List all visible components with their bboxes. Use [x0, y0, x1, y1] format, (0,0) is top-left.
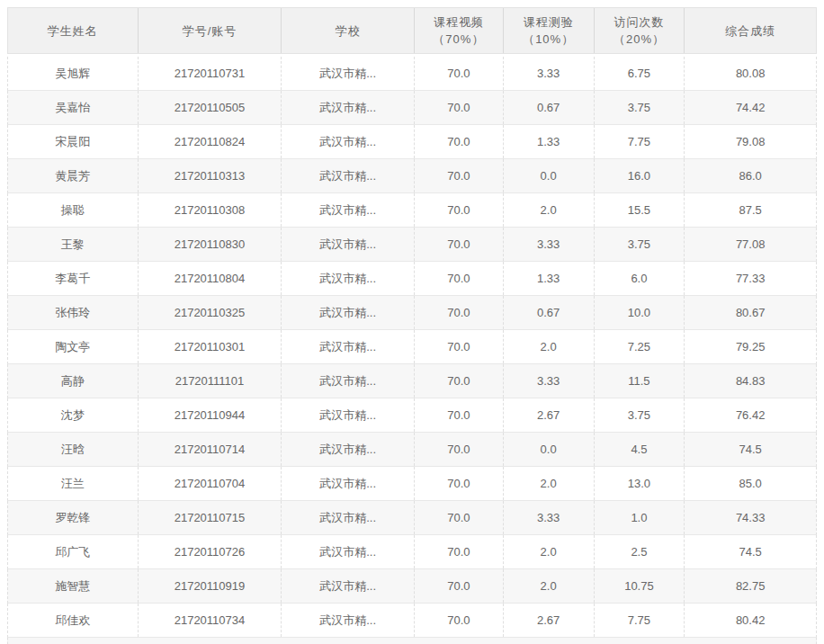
quiz-score-cell: 0.0 [503, 433, 594, 466]
student-name-cell: 宋晨阳 [8, 125, 138, 158]
student-id-cell: 21720110804 [138, 262, 282, 295]
visit-count-cell: 13.0 [594, 467, 685, 500]
column-header-label: 学生姓名 [48, 22, 98, 40]
total-score-cell: 87.5 [684, 193, 816, 227]
student-id-cell: 21720110734 [138, 604, 282, 637]
school-cell: 武汉市精... [281, 91, 414, 124]
student-name-cell: 王黎 [8, 228, 138, 261]
column-header-sublabel: （10%） [523, 31, 574, 48]
column-header-sublabel: （70%） [433, 31, 484, 48]
table-row: 黄晨芳21720110313武汉市精...70.00.016.086.0 [7, 159, 817, 193]
column-header-label: 访问次数 [614, 13, 664, 31]
student-id-cell: 21720110944 [138, 398, 282, 432]
video-score-cell: 70.0 [414, 501, 503, 534]
video-score-cell: 70.0 [414, 159, 503, 192]
school-cell: 武汉市精... [281, 296, 414, 329]
school-cell: 武汉市精... [281, 467, 414, 500]
column-header-student-name: 学生姓名 [8, 8, 138, 53]
table-row: 吴旭辉21720110731武汉市精...70.03.336.7580.08 [7, 57, 817, 91]
column-header-label: 学号/账号 [183, 22, 237, 40]
student-name-cell: 高静 [8, 364, 138, 398]
column-header-label: 学校 [336, 22, 361, 40]
quiz-score-cell: 2.67 [503, 604, 594, 637]
student-name-cell: 罗乾锋 [8, 501, 138, 534]
quiz-score-cell: 3.33 [503, 228, 594, 261]
quiz-score-cell: 3.33 [503, 57, 594, 90]
table-row: 王黎21720110830武汉市精...70.03.333.7577.08 [7, 228, 817, 262]
school-cell: 武汉市精... [281, 433, 414, 466]
video-score-cell: 70.0 [414, 296, 503, 329]
school-cell: 武汉市精... [281, 535, 414, 568]
column-header-label: 课程视频 [434, 13, 484, 31]
visit-count-cell: 3.75 [594, 228, 685, 261]
video-score-cell: 70.0 [414, 91, 503, 124]
student-name-cell: 张伟玲 [8, 296, 138, 329]
column-header-student-id: 学号/账号 [138, 8, 282, 53]
table-row: 李葛千21720110804武汉市精...70.01.336.077.33 [7, 262, 817, 296]
table-row: 宋晨阳21720110824武汉市精...70.01.337.7579.08 [7, 125, 817, 159]
video-score-cell: 70.0 [414, 330, 503, 363]
table-row: 罗乾锋21720110715武汉市精...70.03.331.074.33 [7, 501, 817, 535]
visit-count-cell: 10.75 [594, 569, 685, 603]
student-name-cell: 邱广飞 [8, 535, 138, 568]
quiz-score-cell: 3.33 [503, 364, 594, 398]
student-id-cell: 21720110714 [138, 433, 282, 466]
student-name-cell: 邱佳欢 [8, 604, 138, 637]
student-id-cell: 21720110824 [138, 125, 282, 158]
quiz-score-cell: 2.67 [503, 398, 594, 432]
visit-count-cell: 2.5 [594, 535, 685, 568]
quiz-score-cell: 0.67 [503, 296, 594, 329]
student-id-cell: 21720110308 [138, 193, 282, 227]
school-cell: 武汉市精... [281, 398, 414, 432]
total-score-cell: 80.42 [684, 604, 816, 637]
student-name-cell: 吴嘉怡 [8, 91, 138, 124]
student-name-cell: 汪兰 [8, 467, 138, 500]
quiz-score-cell: 0.67 [503, 91, 594, 124]
student-name-cell: 李葛千 [8, 262, 138, 295]
quiz-score-cell: 0.0 [503, 159, 594, 192]
student-name-cell: 沈梦 [8, 398, 138, 432]
visit-count-cell: 16.0 [594, 159, 685, 192]
quiz-score-cell: 2.0 [503, 569, 594, 603]
visit-count-cell: 7.75 [594, 604, 685, 637]
student-id-cell: 21720110919 [138, 569, 282, 603]
video-score-cell: 70.0 [414, 125, 503, 158]
column-header-visit-count: 访问次数 （20%） [594, 8, 685, 53]
student-name-cell: 陶文亭 [8, 330, 138, 363]
column-header-school: 学校 [281, 8, 414, 53]
table-row: 操聪21720110308武汉市精...70.02.015.587.5 [7, 193, 817, 228]
student-name-cell: 吴旭辉 [8, 57, 138, 90]
video-score-cell: 70.0 [414, 262, 503, 295]
quiz-score-cell: 1.33 [503, 262, 594, 295]
table-header: 学生姓名 学号/账号 学校 课程视频 （70%） 课程测验 （10%） 访问次数 [7, 7, 817, 54]
student-name-cell: 施智慧 [8, 569, 138, 603]
quiz-score-cell: 1.33 [503, 125, 594, 158]
column-header-sublabel: （20%） [614, 31, 665, 48]
table-row: 邱广飞21720110726武汉市精...70.02.02.574.5 [7, 535, 817, 569]
visit-count-cell: 3.75 [594, 398, 685, 432]
column-header-course-video: 课程视频 （70%） [414, 8, 503, 53]
video-score-cell: 70.0 [414, 57, 503, 90]
table-body: 吴旭辉21720110731武汉市精...70.03.336.7580.08吴嘉… [7, 57, 817, 638]
total-score-cell: 77.08 [684, 228, 816, 261]
video-score-cell: 70.0 [414, 228, 503, 261]
total-score-cell: 74.5 [684, 535, 816, 568]
video-score-cell: 70.0 [414, 433, 503, 466]
school-cell: 武汉市精... [281, 193, 414, 227]
total-score-cell: 79.08 [684, 125, 816, 158]
student-id-cell: 21720110731 [138, 57, 282, 90]
student-id-cell: 21720110325 [138, 296, 282, 329]
quiz-score-cell: 2.0 [503, 535, 594, 568]
total-score-cell: 86.0 [684, 159, 816, 192]
table-row: 邱佳欢21720110734武汉市精...70.02.677.7580.42 [7, 604, 817, 638]
table-row-partial [7, 638, 817, 644]
visit-count-cell: 7.25 [594, 330, 685, 363]
school-cell: 武汉市精... [281, 125, 414, 158]
student-id-cell: 21720111101 [138, 364, 282, 398]
student-name-cell: 黄晨芳 [8, 159, 138, 192]
visit-count-cell: 6.0 [594, 262, 685, 295]
video-score-cell: 70.0 [414, 604, 503, 637]
total-score-cell: 76.42 [684, 398, 816, 432]
total-score-cell: 79.25 [684, 330, 816, 363]
student-id-cell: 21720110726 [138, 535, 282, 568]
